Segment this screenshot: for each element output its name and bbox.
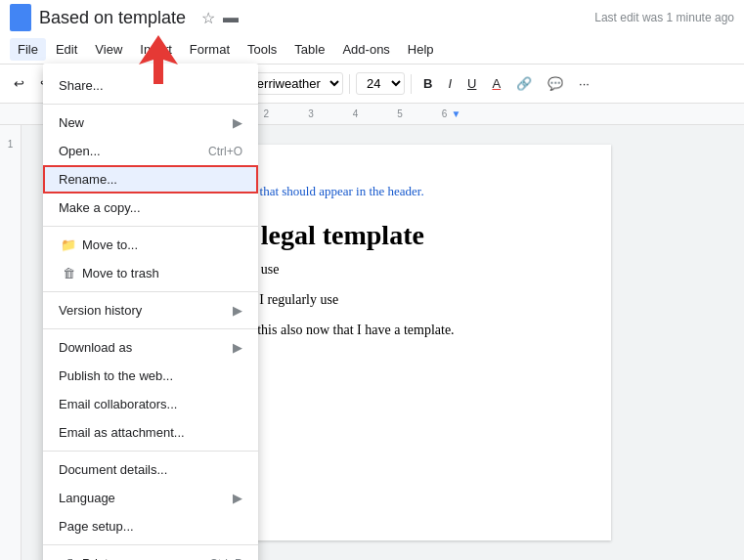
new-label: New (59, 115, 84, 130)
font-size-select[interactable]: 24 (356, 72, 405, 95)
menu-item-doc-details[interactable]: Document details... (43, 455, 258, 484)
move-to-label: Move to... (82, 237, 138, 252)
doc-title: Based on template (39, 8, 186, 28)
menu-item-share[interactable]: Share... (43, 71, 258, 100)
language-arrow: ▶ (233, 491, 242, 505)
menu-bar: File Edit View Insert Format Tools Table… (0, 35, 744, 65)
sidebar: 1 (0, 125, 22, 560)
folder-icon[interactable]: ▬ (223, 9, 239, 26)
menu-item-email-collab[interactable]: Email collaborators... (43, 390, 258, 418)
menu-item-version-history[interactable]: Version history ▶ (43, 296, 258, 324)
new-arrow: ▶ (233, 115, 242, 130)
doc-icon (10, 4, 31, 31)
menu-section-5: Download as ▶ Publish to the web... Emai… (43, 329, 258, 452)
menu-insert[interactable]: Insert (132, 38, 180, 61)
version-history-arrow: ▶ (233, 303, 242, 318)
menu-section-6: Document details... Language ▶ Page setu… (43, 452, 258, 545)
menu-item-publish-web[interactable]: Publish to the web... (43, 362, 258, 390)
email-attach-label: Email as attachment... (59, 425, 185, 440)
share-label: Share... (59, 78, 104, 93)
ruler-inner: 1 2 3 4 5 6 ▼ (215, 108, 744, 119)
download-as-label: Download as (59, 340, 132, 355)
menu-item-download-as[interactable]: Download as ▶ (43, 333, 258, 362)
rename-label: Rename... (59, 172, 117, 187)
menu-addons[interactable]: Add-ons (334, 38, 397, 61)
menu-item-print[interactable]: 🖨 Print Ctrl+P (43, 549, 258, 560)
toolbar-divider-3 (349, 74, 350, 94)
print-shortcut: Ctrl+P (209, 557, 242, 561)
move-trash-label: Move to trash (82, 266, 159, 280)
star-icon[interactable]: ☆ (201, 9, 215, 27)
menu-item-page-setup[interactable]: Page setup... (43, 512, 258, 540)
doc-details-label: Document details... (59, 462, 167, 477)
menu-edit[interactable]: Edit (48, 38, 85, 61)
link-button[interactable]: 🔗 (510, 72, 538, 95)
publish-web-label: Publish to the web... (59, 368, 173, 383)
menu-item-email-attach[interactable]: Email as attachment... (43, 418, 258, 447)
text-color-button[interactable]: A (486, 72, 506, 95)
open-shortcut: Ctrl+O (208, 145, 242, 158)
menu-item-new[interactable]: New ▶ (43, 108, 258, 137)
menu-item-open[interactable]: Open... Ctrl+O (43, 137, 258, 165)
language-label: Language (59, 491, 115, 505)
title-bar: Based on template ☆ ▬ Last edit was 1 mi… (0, 0, 744, 35)
file-dropdown[interactable]: Share... New ▶ Open... Ctrl+O Rename... … (43, 64, 258, 560)
menu-section-3: 📁 Move to... 🗑 Move to trash (43, 227, 258, 292)
menu-format[interactable]: Format (182, 38, 238, 61)
menu-item-language[interactable]: Language ▶ (43, 484, 258, 512)
email-collab-label: Email collaborators... (59, 397, 177, 411)
menu-section-4: Version history ▶ (43, 292, 258, 329)
comment-button[interactable]: 💬 (542, 72, 569, 95)
undo-button[interactable]: ↩ (8, 72, 30, 95)
menu-help[interactable]: Help (400, 38, 442, 61)
menu-section-7: 🖨 Print Ctrl+P (43, 545, 258, 560)
print-label: Print (82, 556, 109, 560)
page-setup-label: Page setup... (59, 519, 134, 534)
menu-item-move-trash[interactable]: 🗑 Move to trash (43, 259, 258, 287)
menu-section-1: Share... (43, 67, 258, 105)
toolbar-divider-4 (411, 74, 412, 94)
italic-button[interactable]: I (442, 72, 458, 95)
menu-item-rename[interactable]: Rename... (43, 165, 258, 194)
last-edit: Last edit was 1 minute ago (594, 11, 734, 24)
print-icon: 🖨 (59, 556, 78, 560)
menu-section-2: New ▶ Open... Ctrl+O Rename... Make a co… (43, 105, 258, 227)
menu-view[interactable]: View (87, 38, 130, 61)
menu-item-move-to[interactable]: 📁 Move to... (43, 231, 258, 259)
bold-button[interactable]: B (417, 72, 438, 95)
scrollbar[interactable] (730, 125, 744, 560)
underline-button[interactable]: U (461, 72, 482, 95)
open-label: Open... (59, 144, 101, 158)
page-num: 1 (8, 139, 14, 150)
menu-item-make-copy[interactable]: Make a copy... (43, 194, 258, 222)
menu-file[interactable]: File (10, 38, 46, 61)
download-as-arrow: ▶ (233, 340, 242, 355)
menu-tools[interactable]: Tools (240, 38, 284, 61)
version-history-label: Version history (59, 303, 142, 318)
menu-table[interactable]: Table (286, 38, 332, 61)
make-copy-label: Make a copy... (59, 200, 141, 215)
folder-move-icon: 📁 (59, 237, 78, 252)
more-button[interactable]: ··· (573, 72, 595, 95)
trash-icon: 🗑 (59, 266, 78, 280)
